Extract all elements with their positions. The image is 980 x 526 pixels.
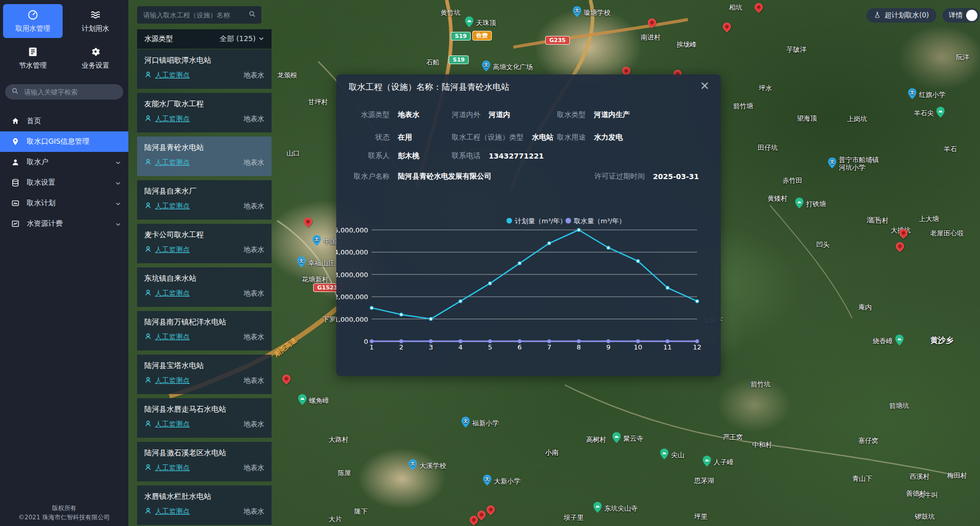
map-label-text: 福新小学 (472, 420, 499, 427)
module-tile-计划用水[interactable]: 计划用水 (66, 4, 125, 38)
svg-text:4,000,000: 4,000,000 (336, 248, 368, 256)
search-icon (11, 87, 19, 97)
map-label-text: 凹头 (816, 241, 830, 249)
modal-field-row: 取水户名称陆河县青砼水电发展有限公司许可证过期时间2025-03-31 (336, 172, 721, 194)
field-label: 取水户名称 (336, 172, 390, 181)
svg-text:文: 文 (484, 63, 488, 67)
map-label: 黄矮村 (767, 195, 787, 203)
svg-text:文: 文 (830, 160, 834, 164)
person-small-icon (144, 420, 152, 429)
map-label-text: 老屋下 (930, 230, 950, 238)
station-list-item[interactable]: 陆河县南万镇杞洋水电站人工监测点地表水 (137, 311, 272, 350)
station-name: 陆河县青砼水电站 (144, 143, 264, 152)
station-list-item[interactable]: 陆河县宝塔水电站人工监测点地表水 (137, 355, 272, 394)
field-河道内外: 河道内外河道内 (452, 110, 510, 120)
road-badge: 收费 (472, 31, 492, 41)
map-label-text: 中和村 (752, 441, 772, 449)
station-list-item[interactable]: 陆河县激石溪老区水电站人工监测点地表水 (137, 442, 272, 481)
field-label: 状态 (336, 133, 390, 142)
legend-item[interactable]: 计划量（m³/年） (507, 217, 567, 225)
sidebar-item-label: 取水户 (27, 158, 48, 167)
map-label-text: 西溪村 (910, 473, 930, 481)
school-icon: 文 (908, 88, 917, 102)
field-label: 联系电话 (452, 151, 481, 161)
overplan-badge[interactable]: 超计划取水(0) (867, 8, 936, 23)
map-label: 人子嶂 (702, 456, 734, 469)
svg-text:文: 文 (485, 477, 489, 481)
map-label-text: 黄竹坑 (440, 9, 460, 17)
close-icon[interactable]: ✕ (700, 81, 709, 92)
sidebar-search[interactable] (5, 84, 123, 100)
toggle-knob[interactable] (966, 10, 977, 21)
map-label-text: 小南 (545, 449, 559, 457)
sidebar-item-取水计划[interactable]: 取水计划 (0, 193, 128, 213)
module-tile-节水管理[interactable]: 节水管理 (3, 41, 63, 75)
module-tile-取用水管理[interactable]: 取用水管理 (3, 4, 63, 38)
map-label: 田仔坑 (758, 144, 778, 152)
monitor-type: 人工监测点 (144, 420, 190, 429)
chevron-down-icon (258, 35, 264, 43)
map-label-text: 芋陂洋 (786, 46, 806, 54)
station-list-item[interactable]: 陆河县青砼水电站人工监测点地表水 (137, 137, 272, 176)
sidebar-item-取水户[interactable]: 取水户 (0, 152, 128, 172)
map-label-text: 高塘文化广场 (493, 64, 533, 71)
sidebar-item-取水设置[interactable]: 取水设置 (0, 172, 128, 193)
station-list-item[interactable]: 水唇镇水栏肚水电站人工监测点地表水 (137, 485, 272, 525)
station-name: 水唇镇水栏肚水电站 (144, 492, 264, 501)
svg-text:5: 5 (488, 343, 492, 351)
modal-title: 取水工程（设施）名称：陆河县青砼水电站 (349, 82, 510, 93)
map-label-text: 黄矮村 (767, 195, 787, 203)
station-list-item[interactable]: 河口镇唱歌潭水电站人工监测点地表水 (137, 49, 272, 89)
station-list-item[interactable]: 友能水厂取水工程人工监测点地表水 (137, 93, 272, 132)
map-label-text: 龙颈根 (277, 72, 297, 80)
person-small-icon (144, 333, 152, 342)
map-label-text: 高树村 (586, 436, 606, 444)
map-label-text: 挨垅峰 (677, 41, 697, 49)
chevron-down-icon (115, 200, 121, 206)
school-icon: 文 (828, 158, 837, 171)
sidebar-item-水资源计费[interactable]: 水资源计费 (0, 213, 128, 234)
module-tile-业务设置[interactable]: 业务设置 (66, 41, 125, 75)
person-small-icon (144, 158, 152, 167)
detail-toggle[interactable]: 详情 (943, 8, 979, 23)
waves-icon (90, 9, 101, 21)
monitor-type: 人工监测点 (144, 114, 190, 124)
water-source-type: 地表水 (244, 420, 265, 429)
field-取水工程（设施）类型: 取水工程（设施）类型水电站 (452, 133, 553, 142)
svg-text:10: 10 (633, 343, 642, 351)
map-label: 烧香嶂 (873, 335, 904, 348)
station-name: 友能水厂取水工程 (144, 99, 264, 109)
map-label: 山口 (286, 150, 300, 158)
station-list-item[interactable]: 陆河县水唇走马石水电站人工监测点地表水 (137, 398, 272, 438)
station-list-item[interactable]: 东坑镇自来水站人工监测点地表水 (137, 267, 272, 307)
svg-text:11: 11 (663, 343, 672, 351)
svg-text:3,000,000: 3,000,000 (336, 271, 368, 279)
pin-icon (11, 138, 20, 146)
legend-item[interactable]: 取水量（m³/年） (566, 217, 626, 225)
person-small-icon (144, 376, 152, 385)
map-label-text: 善德村 (906, 490, 926, 498)
sidebar-item-取水口GIS信息管理[interactable]: 取水口GIS信息管理 (0, 131, 128, 152)
user-icon (11, 158, 20, 166)
station-list-item[interactable]: 陆河县自来水厂人工监测点地表水 (137, 180, 272, 220)
station-list-item[interactable]: 麦卡公司取水工程人工监测点地表水 (137, 224, 272, 263)
map-label: 陈屋 (338, 470, 351, 477)
field-水源类型: 水源类型地表水 (336, 110, 419, 120)
sidebar-item-label: 首页 (27, 116, 41, 126)
map-label-text: 花塘新村 (302, 276, 329, 284)
water-source-filter[interactable]: 水源类型 全部 (125) (137, 29, 272, 49)
field-取水户名称: 取水户名称陆河县青砼水电发展有限公司 (336, 172, 491, 181)
water-source-type: 地表水 (244, 376, 265, 385)
monitor-type: 人工监测点 (144, 158, 190, 167)
map-label-text: 螺角嶂 (309, 397, 329, 405)
field-联系电话: 联系电话13432771221 (452, 151, 544, 161)
map-label: 文高塘文化广场 (482, 61, 533, 74)
sidebar-item-label: 取水设置 (27, 178, 55, 187)
sidebar-item-首页[interactable]: 首页 (0, 111, 128, 131)
plan-vs-intake-chart: 01,000,0002,000,0003,000,0004,000,0005,0… (336, 212, 721, 366)
station-search-input[interactable] (142, 11, 245, 20)
station-search[interactable] (137, 6, 261, 24)
field-value: 13432771221 (489, 152, 544, 160)
map-label: 黄沙乡 (930, 336, 953, 345)
sidebar-search-input[interactable] (23, 88, 117, 96)
